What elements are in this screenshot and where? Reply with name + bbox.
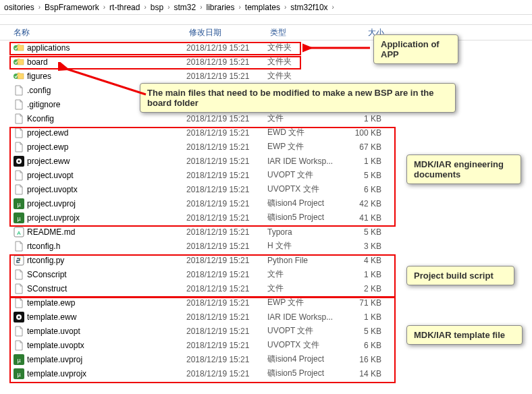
file-size: 41 KB (345, 213, 385, 223)
file-row[interactable]: rtconfig.h2018/12/19 15:21H 文件3 KB (0, 239, 532, 253)
svg-text:µ: µ (17, 371, 20, 378)
file-name: SConscript (27, 270, 186, 279)
chevron-right-icon: › (329, 3, 337, 11)
svg-text:µ: µ (17, 215, 20, 222)
chevron-right-icon: › (236, 3, 244, 11)
file-row[interactable]: project.ewp2018/12/19 15:21EWP 文件67 KB (0, 140, 532, 154)
breadcrumb-item[interactable]: ositories (3, 3, 36, 12)
chevron-right-icon: › (282, 3, 289, 11)
file-size: 71 KB (345, 298, 385, 308)
file-size: 14 KB (345, 369, 385, 378)
file-name: applications (27, 43, 186, 53)
file-name: project.ewp (27, 142, 186, 152)
file-row[interactable]: figures2018/12/19 15:21文件夹 (0, 69, 532, 83)
file-type: EWP 文件 (267, 141, 345, 152)
callout-board: The main files that need to be modified … (140, 83, 456, 113)
file-row[interactable]: µtemplate.uvprojx2018/12/19 15:21礦ision5… (0, 366, 532, 381)
file-name: rtconfig.py (27, 256, 186, 265)
file-row[interactable]: project.uvoptx2018/12/19 15:21UVOPTX 文件6… (0, 182, 532, 196)
file-row[interactable]: Kconfig2018/12/19 15:21文件1 KB (0, 111, 532, 125)
file-row[interactable]: µtemplate.uvproj2018/12/19 15:21礦ision4 … (0, 352, 532, 366)
file-date: 2018/12/19 15:21 (186, 57, 267, 67)
file-type: 文件 (267, 283, 345, 294)
breadcrumb-item[interactable]: rt-thread (108, 3, 141, 12)
file-icon (14, 269, 24, 280)
file-size: 5 KB (345, 327, 385, 336)
file-row[interactable]: µproject.uvprojx2018/12/19 15:21礦ision5 … (0, 210, 532, 225)
file-type: 文件夹 (267, 70, 345, 82)
file-type: EWP 文件 (267, 297, 345, 308)
file-row[interactable]: µproject.uvproj2018/12/19 15:21礦ision4 P… (0, 196, 532, 210)
chevron-right-icon: › (165, 3, 172, 11)
file-type: UVOPTX 文件 (267, 184, 345, 195)
file-name: project.uvopt (27, 171, 186, 180)
file-type: H 文件 (267, 240, 345, 252)
breadcrumb-item[interactable]: stm32 (172, 3, 197, 12)
callout-app: Application of APP (373, 34, 458, 64)
file-name: template.eww (27, 312, 186, 322)
file-type: 礦ision5 Project (267, 212, 345, 223)
file-type: UVOPT 文件 (267, 325, 345, 337)
breadcrumb-item[interactable]: libraries (205, 3, 236, 12)
file-date: 2018/12/19 15:21 (186, 355, 267, 364)
file-icon (14, 85, 24, 96)
file-size: 16 KB (345, 355, 385, 364)
breadcrumb[interactable]: ositories›BspFramework›rt-thread›bsp›stm… (0, 0, 532, 15)
file-icon (14, 113, 24, 124)
file-name: rtconfig.h (27, 242, 186, 251)
file-name: project.uvproj (27, 199, 186, 208)
file-name: README.md (27, 227, 186, 237)
file-row[interactable]: template.ewp2018/12/19 15:21EWP 文件71 KB (0, 296, 532, 310)
file-size: 42 KB (345, 199, 385, 208)
file-name: board (27, 57, 186, 67)
file-type: UVOPTX 文件 (267, 339, 345, 351)
file-row[interactable]: project.ewd2018/12/19 15:21EWD 文件100 KB (0, 125, 532, 140)
file-type: 文件夹 (267, 56, 345, 67)
svg-text:µ: µ (17, 357, 20, 364)
file-date: 2018/12/19 15:21 (186, 270, 267, 279)
file-icon (14, 241, 24, 252)
file-name: project.ewd (27, 128, 186, 138)
file-date: 2018/12/19 15:21 (186, 142, 267, 152)
file-size: 1 KB (345, 312, 385, 322)
file-row[interactable]: rtconfig.py2018/12/19 15:21Python File4 … (0, 253, 532, 267)
file-type: 礦ision4 Project (267, 198, 345, 209)
folder-icon (14, 43, 24, 53)
breadcrumb-item[interactable]: templates (244, 3, 282, 12)
file-size: 3 KB (345, 242, 385, 251)
svg-point-13 (20, 258, 21, 259)
file-type: 礦ision5 Project (267, 368, 345, 379)
col-type-header[interactable]: 类型 (270, 27, 348, 38)
file-row[interactable]: AREADME.md2018/12/19 15:21Typora5 KB (0, 225, 532, 239)
breadcrumb-item[interactable]: bsp (149, 3, 165, 12)
svg-text:A: A (17, 230, 21, 236)
file-name: project.uvprojx (27, 213, 186, 223)
file-name: Kconfig (27, 114, 186, 123)
file-date: 2018/12/19 15:21 (186, 312, 267, 322)
file-date: 2018/12/19 15:21 (186, 227, 267, 237)
breadcrumb-item[interactable]: BspFramework (43, 3, 101, 12)
file-name: figures (27, 72, 186, 81)
file-date: 2018/12/19 15:21 (186, 369, 267, 378)
file-date: 2018/12/19 15:21 (186, 157, 267, 166)
file-size: 6 KB (345, 341, 385, 350)
file-date: 2018/12/19 15:21 (186, 213, 267, 223)
file-date: 2018/12/19 15:21 (186, 298, 267, 308)
keil-icon: µ (14, 198, 24, 209)
file-date: 2018/12/19 15:21 (186, 327, 267, 336)
file-size: 5 KB (345, 227, 385, 237)
file-row[interactable]: template.eww2018/12/19 15:21IAR IDE Work… (0, 310, 532, 324)
svg-text:µ: µ (17, 201, 20, 208)
folder-icon (14, 57, 24, 67)
file-size: 5 KB (345, 171, 385, 180)
file-date: 2018/12/19 15:21 (186, 199, 267, 208)
file-name: project.uvoptx (27, 185, 186, 194)
col-name-header[interactable]: 名称 (0, 27, 189, 38)
file-name: template.uvoptx (27, 341, 186, 350)
file-icon (14, 340, 24, 351)
breadcrumb-item[interactable]: stm32f10x (289, 3, 329, 12)
file-name: SConstruct (27, 284, 186, 293)
col-date-header[interactable]: 修改日期 (189, 27, 270, 38)
file-icon (14, 142, 24, 152)
callout-mdk-iar: MDK/IAR engineering documents (406, 154, 521, 184)
